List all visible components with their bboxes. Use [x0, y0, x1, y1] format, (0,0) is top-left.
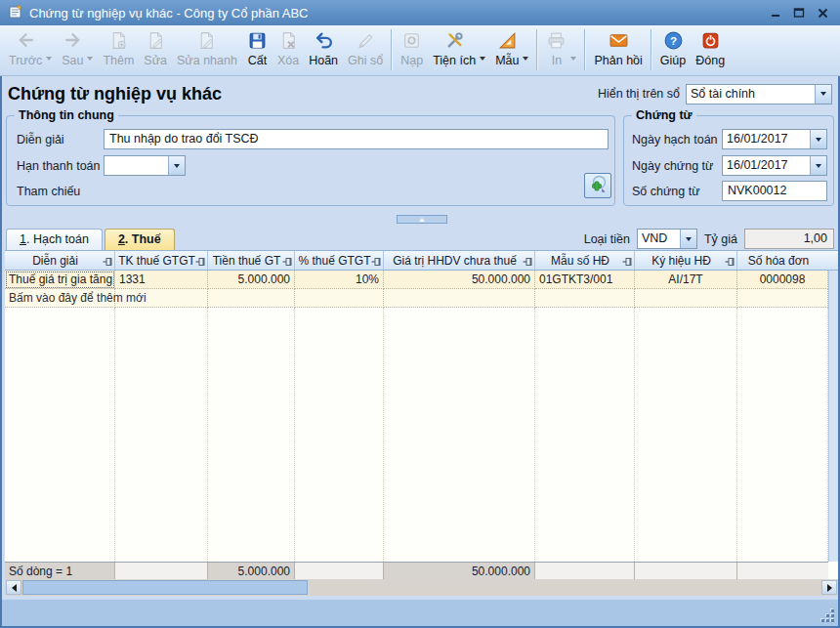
- exchange-rate-input[interactable]: 1,00: [744, 229, 834, 249]
- maximize-button[interactable]: [789, 4, 809, 21]
- cell-tien-thue[interactable]: 5.000.000: [208, 271, 295, 289]
- left-triangle-icon: [12, 584, 17, 592]
- column-header-label: Số hóa đơn: [748, 254, 810, 268]
- column-header-mau-so[interactable]: Mẫu số HĐ: [535, 251, 635, 270]
- app-window: Chứng từ nghiệp vụ khác - Công ty Cổ phầ…: [0, 0, 840, 628]
- pin-icon[interactable]: [371, 256, 381, 270]
- cell-gia-tri[interactable]: 50.000.000: [384, 271, 535, 289]
- chevron-down-icon[interactable]: [168, 156, 185, 175]
- column-header-dien-giai[interactable]: Diễn giải: [5, 251, 115, 270]
- grid-empty-area: [5, 308, 828, 562]
- cell-ky-hieu[interactable]: AI/17T: [635, 271, 737, 289]
- utilities-button[interactable]: Tiện ích: [428, 27, 490, 71]
- doc-number-input[interactable]: NVK00012: [722, 181, 827, 201]
- print-button[interactable]: In: [541, 27, 581, 71]
- column-header-pct-thue[interactable]: % thuế GTGT: [295, 251, 384, 270]
- next-caret-icon[interactable]: [87, 57, 93, 61]
- pin-icon[interactable]: [282, 256, 292, 270]
- grid-footer-row: Số dòng = 1 5.000.000 50.000.000: [5, 562, 828, 579]
- collapse-splitter-handle[interactable]: [397, 215, 447, 224]
- column-header-gia-tri[interactable]: Giá trị HHDV chưa thuế: [384, 251, 535, 270]
- tab-thue[interactable]: 2. Thuế: [105, 229, 175, 250]
- quick-edit-icon: [196, 30, 217, 51]
- delete-button[interactable]: Xóa: [273, 27, 304, 71]
- tab1-accelerator: 1: [20, 232, 26, 246]
- close-app-label: Đóng: [695, 54, 725, 67]
- tab-hach-toan[interactable]: 1. Hạch toán: [6, 229, 103, 250]
- close-app-button[interactable]: Đóng: [691, 27, 730, 71]
- reload-label: Nạp: [400, 54, 423, 67]
- empty-cell: [535, 289, 635, 308]
- scrollbar-thumb[interactable]: [22, 580, 308, 595]
- print-caret-icon[interactable]: [570, 57, 576, 61]
- cell-dien-giai[interactable]: Thuế giá trị gia tăng: [5, 271, 115, 289]
- doc-date-label: Ngày chứng từ: [632, 159, 713, 173]
- pin-icon[interactable]: [103, 256, 112, 270]
- empty-cell: [208, 289, 295, 308]
- feedback-button[interactable]: Phản hồi: [589, 27, 647, 71]
- pin-icon[interactable]: [523, 256, 532, 270]
- description-input[interactable]: Thu nhập do trao đổi TSCĐ: [104, 129, 609, 149]
- minimize-button[interactable]: [766, 4, 785, 21]
- column-header-so-hoa-don[interactable]: Số hóa đơn: [737, 251, 828, 270]
- edit-document-icon: [146, 30, 166, 51]
- scroll-left-button[interactable]: [6, 580, 21, 595]
- horizontal-scrollbar[interactable]: [5, 579, 838, 596]
- chevron-down-icon[interactable]: [810, 130, 826, 148]
- quick-edit-button[interactable]: Sửa nhanh: [172, 27, 242, 71]
- reload-button[interactable]: Nạp: [396, 27, 428, 71]
- table-row[interactable]: Thuế giá trị gia tăng 1331 5.000.000 10%…: [5, 271, 838, 289]
- help-label: Giúp: [660, 54, 686, 67]
- prev-caret-icon[interactable]: [46, 57, 52, 61]
- page-header: Chứng từ nghiệp vụ khác Hiển thị trên sổ…: [0, 77, 840, 110]
- chevron-down-icon[interactable]: [810, 156, 826, 175]
- cell-mau-so[interactable]: 01GTKT3/001: [535, 271, 635, 289]
- currency-select[interactable]: VND: [637, 229, 697, 249]
- column-header-tien-thue[interactable]: Tiền thuế GT: [208, 251, 295, 270]
- toolbar-separator: [391, 29, 393, 70]
- right-triangle-icon: [827, 584, 832, 592]
- column-header-ky-hieu[interactable]: Ký hiệu HĐ: [635, 251, 737, 270]
- help-button[interactable]: ?Giúp: [655, 27, 691, 71]
- close-button[interactable]: [813, 4, 832, 21]
- post-button[interactable]: Ghi sổ: [343, 27, 388, 71]
- save-button[interactable]: Cất: [242, 27, 273, 71]
- cell-tk-thue[interactable]: 1331: [115, 271, 208, 289]
- due-date-select[interactable]: [104, 155, 186, 176]
- prev-button[interactable]: Trước: [4, 27, 57, 71]
- undo-button[interactable]: Hoãn: [304, 27, 343, 71]
- add-new-row[interactable]: Bấm vào đây để thêm mới: [5, 289, 838, 308]
- template-caret-icon[interactable]: [523, 57, 528, 61]
- scroll-right-button[interactable]: [821, 580, 837, 595]
- utilities-caret-icon[interactable]: [480, 57, 485, 61]
- ruler-icon: [497, 30, 518, 51]
- footer-empty-cell: [535, 563, 635, 579]
- column-header-label: % thuế GTGT: [298, 254, 370, 268]
- posting-date-picker[interactable]: 16/01/2017: [722, 129, 827, 149]
- add-new-row-text[interactable]: Bấm vào đây để thêm mới: [5, 289, 115, 308]
- display-on-book-select[interactable]: Sổ tài chính: [686, 84, 832, 105]
- pin-icon[interactable]: [195, 256, 205, 270]
- resize-grip[interactable]: [822, 610, 834, 622]
- display-on-book-value: Sổ tài chính: [687, 85, 815, 104]
- doc-date-picker[interactable]: 16/01/2017: [722, 155, 827, 176]
- cell-pct-thue[interactable]: 10%: [295, 271, 384, 289]
- page-title: Chứng từ nghiệp vụ khác: [8, 84, 222, 105]
- edit-button[interactable]: Sửa: [139, 27, 172, 71]
- footer-empty-cell: [115, 563, 208, 579]
- add-reference-button[interactable]: [584, 173, 611, 198]
- toolbar-separator: [651, 29, 652, 70]
- chevron-down-icon[interactable]: [815, 85, 831, 104]
- pin-icon[interactable]: [725, 256, 735, 270]
- pin-icon[interactable]: [622, 256, 632, 270]
- next-label: Sau: [62, 54, 83, 67]
- column-header-tk-thue[interactable]: TK thuế GTGT: [115, 251, 208, 270]
- chevron-down-icon[interactable]: [680, 230, 696, 248]
- vertical-scrollbar[interactable]: [828, 271, 838, 562]
- add-document-icon: [108, 30, 129, 51]
- cell-so-hoa-don[interactable]: 0000098: [737, 271, 828, 289]
- add-button[interactable]: Thêm: [98, 27, 139, 71]
- posting-date-label: Ngày hạch toán: [632, 133, 718, 147]
- next-button[interactable]: Sau: [57, 27, 98, 71]
- template-button[interactable]: Mẫu: [490, 27, 533, 71]
